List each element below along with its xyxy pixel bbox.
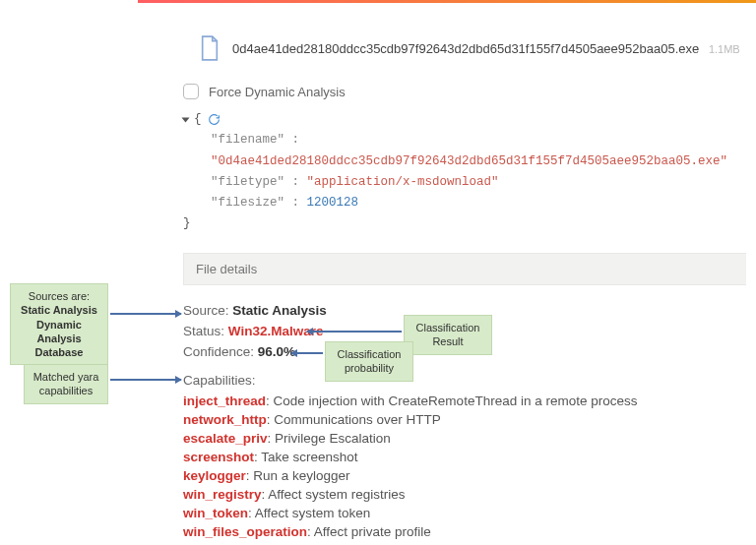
capability-item: inject_thread: Code injection with Creat… [183,394,746,408]
capability-name: win_registry [183,487,262,502]
json-viewer: { "filename" : "0d4ae41ded28180ddcc35cdb… [183,109,746,235]
capability-name: escalate_priv [183,431,268,446]
capability-name: screenshot [183,450,254,464]
capability-name: win_files_operation [183,524,307,539]
file-details-header[interactable]: File details [183,253,746,285]
capability-item: screenshot: Take screenshot [183,450,746,464]
callout-class-prob: Classification probability [325,341,413,382]
capability-item: network_http: Communications over HTTP [183,412,746,427]
capability-desc: : Affect private profile [307,524,431,539]
capability-item: win_files_operation: Affect private prof… [183,524,746,539]
capability-name: win_token [183,506,248,520]
callout-yara: Matched yara capabilities [24,364,108,404]
force-dynamic-row: Force Dynamic Analysis [183,84,746,99]
capability-desc: : Run a keylogger [246,468,350,483]
capability-name: inject_thread [183,394,266,408]
capabilities-list: inject_thread: Code injection with Creat… [183,394,746,546]
source-value: Static Analysis [232,303,327,318]
arrow-class-result [307,331,402,333]
capability-desc: : Communications over HTTP [267,412,441,427]
file-size: 1.1MB [709,43,740,55]
json-open-brace: { [194,109,202,130]
confidence-label: Confidence: [183,344,254,359]
source-label: Source: [183,303,229,318]
capability-item: win_token: Affect system token [183,506,746,520]
capability-name: keylogger [183,468,246,483]
callout-sources: Sources are: Static Analysis Dynamic Ana… [10,283,108,365]
main-panel: 0d4ae41ded28180ddcc35cdb97f92643d2dbd65d… [183,34,756,545]
status-label: Status: [183,324,224,338]
json-line-filename: "filename" : "0d4ae41ded28180ddcc35cdb97… [183,130,746,172]
capability-desc: : Privilege Escalation [268,431,391,446]
arrow-yara [110,379,181,381]
capability-desc: : Code injection with CreateRemoteThread… [266,394,637,408]
json-line-filetype: "filetype" : "application/x-msdownload" [183,172,746,193]
capability-item: win_registry: Affect system registries [183,487,746,502]
file-name: 0d4ae41ded28180ddcc35cdb97f92643d2dbd65d… [232,41,699,56]
file-name-wrap: 0d4ae41ded28180ddcc35cdb97f92643d2dbd65d… [232,41,740,56]
capabilities-label: Capabilities: [183,373,746,388]
document-icon [199,34,220,62]
top-gradient-bar [138,0,756,3]
capability-item: escalate_priv: Privilege Escalation [183,431,746,446]
caret-down-icon[interactable] [182,117,190,122]
force-dynamic-checkbox[interactable] [183,84,199,99]
arrow-class-prob [291,352,323,354]
capability-item: keylogger: Run a keylogger [183,468,746,483]
file-header-row: 0d4ae41ded28180ddcc35cdb97f92643d2dbd65d… [199,34,746,62]
json-root-row: { [183,109,746,130]
json-close-brace: } [183,213,746,234]
capability-desc: : Affect system token [248,506,370,520]
capability-desc: : Take screenshot [254,450,358,464]
arrow-sources [110,313,181,315]
capability-name: network_http [183,412,267,427]
force-dynamic-label: Force Dynamic Analysis [209,85,346,99]
capability-desc: : Affect system registries [262,487,406,502]
json-line-filesize: "filesize" : 1200128 [183,193,746,213]
callout-class-result: Classification Result [404,315,492,355]
refresh-icon[interactable] [208,113,220,126]
